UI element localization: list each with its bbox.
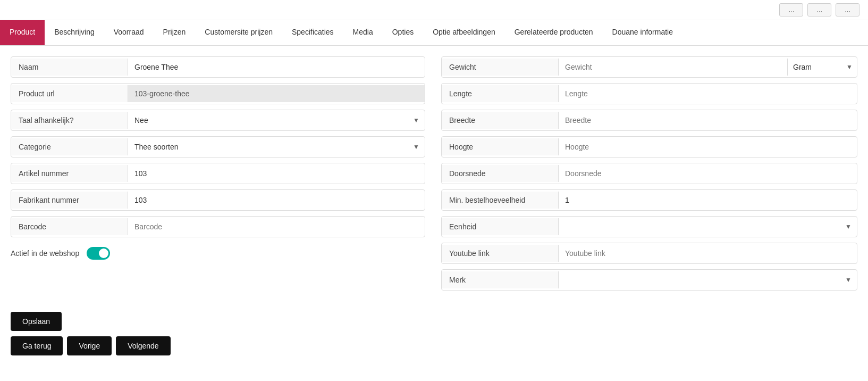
tab-customersite[interactable]: Customersite prijzen [195,20,282,45]
buttons-area: Opslaan Ga terug Vorige Volgende [0,301,868,355]
tab-bar: Product Beschrijving Voorraad Prijzen Cu… [0,20,868,46]
left-column: Naam Product url Taal afhankelijk? Nee J… [11,56,425,291]
artikel-nummer-input[interactable] [128,165,425,182]
doorsnede-input[interactable] [559,165,857,182]
eenheid-field-row: Eenheid ▼ [441,216,857,237]
topbar-btn2[interactable]: ... [807,3,831,16]
hoogte-input[interactable] [559,138,857,155]
doorsnede-label: Doorsnede [442,165,559,182]
next-button[interactable]: Volgende [116,336,170,355]
gewicht-unit-select[interactable]: Gram Kilogram [788,59,857,76]
tab-product[interactable]: Product [0,20,45,45]
taal-label: Taal afhankelijk? [11,112,128,129]
fabrikant-nummer-label: Fabrikant nummer [11,192,128,209]
merk-select[interactable] [559,271,857,288]
gewicht-label: Gewicht [442,59,559,76]
merk-select-wrapper: ▼ [559,271,857,288]
barcode-label: Barcode [11,218,128,235]
hoogte-field-row: Hoogte [441,136,857,158]
categorie-select[interactable]: Thee soorten [128,138,425,155]
gewicht-field-row: Gewicht Gram Kilogram ▼ [441,56,857,78]
fabrikant-nummer-field-row: Fabrikant nummer [11,189,425,211]
actief-label: Actief in de webshop [11,249,79,258]
artikel-nummer-field-row: Artikel nummer [11,163,425,184]
actief-toggle-row: Actief in de webshop [11,243,425,264]
eenheid-label: Eenheid [442,218,559,235]
youtube-field-row: Youtube link [441,243,857,264]
barcode-input[interactable] [128,218,425,235]
taal-field-row: Taal afhankelijk? Nee Ja ▼ [11,110,425,131]
nav-buttons-row: Ga terug Vorige Volgende [11,336,857,355]
breedte-field-row: Breedte [441,110,857,131]
tab-beschrijving[interactable]: Beschrijving [45,20,104,45]
tab-douane[interactable]: Douane informatie [603,20,682,45]
merk-label: Merk [442,271,559,288]
naam-input[interactable] [128,59,425,76]
back-button[interactable]: Ga terug [11,336,63,355]
right-column: Gewicht Gram Kilogram ▼ Lengte Breedte H… [441,56,857,291]
gewicht-input[interactable] [559,59,788,76]
tab-prijzen[interactable]: Prijzen [154,20,196,45]
youtube-label: Youtube link [442,245,559,262]
taal-select-wrapper: Nee Ja ▼ [128,112,425,129]
product-url-input[interactable] [128,85,425,102]
categorie-field-row: Categorie Thee soorten ▼ [11,136,425,158]
artikel-nummer-label: Artikel nummer [11,165,128,182]
breedte-input[interactable] [559,112,857,129]
topbar-btn3[interactable]: ... [836,3,859,16]
prev-button[interactable]: Vorige [67,336,112,355]
min-bestel-field-row: Min. bestelhoeveelheid [441,189,857,211]
merk-field-row: Merk ▼ [441,269,857,291]
save-button[interactable]: Opslaan [11,312,62,331]
taal-select[interactable]: Nee Ja [128,112,425,129]
doorsnede-field-row: Doorsnede [441,163,857,184]
tab-specificaties[interactable]: Specificaties [282,20,343,45]
min-bestel-input[interactable] [559,192,857,209]
fabrikant-nummer-input[interactable] [128,192,425,209]
tab-media[interactable]: Media [343,20,383,45]
tab-optie-afbeeldingen[interactable]: Optie afbeeldingen [423,20,505,45]
top-bar: ... ... ... [0,0,868,20]
breedte-label: Breedte [442,112,559,129]
eenheid-select-wrapper: ▼ [559,218,857,235]
actief-toggle[interactable] [87,247,110,260]
toggle-slider [87,247,110,260]
lengte-input[interactable] [559,85,857,102]
min-bestel-label: Min. bestelhoeveelheid [442,192,559,209]
categorie-select-wrapper: Thee soorten ▼ [128,138,425,155]
naam-label: Naam [11,59,128,76]
lengte-field-row: Lengte [441,83,857,104]
product-url-label: Product url [11,85,128,102]
main-content: Naam Product url Taal afhankelijk? Nee J… [0,46,868,301]
tab-opties[interactable]: Opties [383,20,423,45]
hoogte-label: Hoogte [442,138,559,155]
naam-field-row: Naam [11,56,425,78]
eenheid-select[interactable] [559,218,857,235]
lengte-label: Lengte [442,85,559,102]
topbar-btn1[interactable]: ... [779,3,803,16]
barcode-field-row: Barcode [11,216,425,237]
tab-gerelateerde[interactable]: Gerelateerde producten [505,20,603,45]
categorie-label: Categorie [11,138,128,155]
tab-voorraad[interactable]: Voorraad [104,20,154,45]
gewicht-unit-wrapper: Gram Kilogram ▼ [788,59,857,76]
product-url-field-row: Product url [11,83,425,104]
youtube-input[interactable] [559,245,857,262]
